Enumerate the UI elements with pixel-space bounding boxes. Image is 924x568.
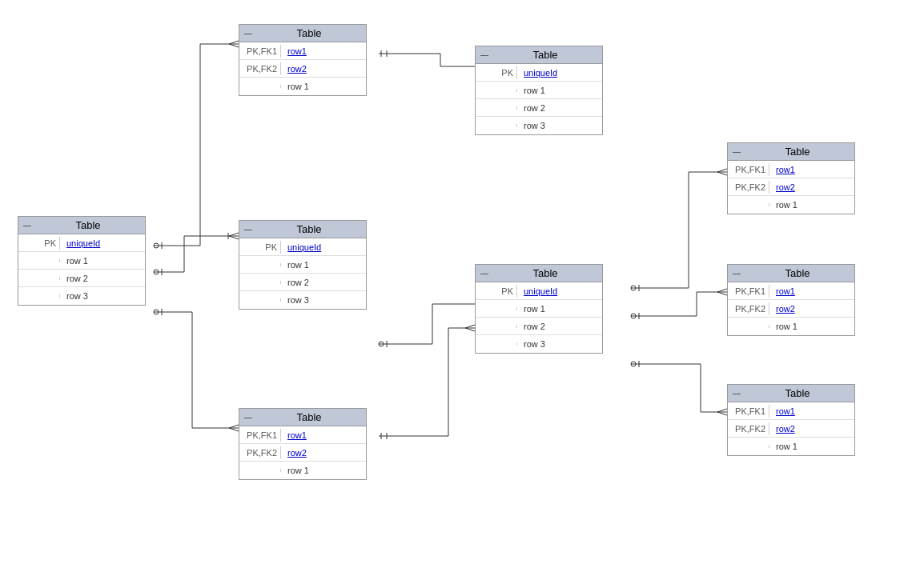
column-value[interactable]: uniqueId [60, 237, 106, 250]
table-title: Table [493, 49, 597, 61]
column-value[interactable]: row2 [281, 62, 313, 75]
column-key [239, 469, 281, 472]
table-row: row 2 [476, 99, 602, 117]
column-value[interactable]: row1 [281, 429, 313, 442]
svg-line-56 [717, 409, 727, 412]
table-t8: —TablePK,FK1row1PK,FK2row2row 1 [727, 264, 855, 336]
table-title: Table [257, 411, 361, 423]
table-row: row 3 [476, 335, 602, 353]
column-value[interactable]: row2 [769, 181, 801, 194]
collapse-icon[interactable]: — [733, 269, 741, 278]
column-key: PK [18, 237, 60, 250]
connector-t1-t3 [154, 233, 239, 275]
table-row: row 1 [239, 78, 366, 95]
column-key: PK,FK2 [728, 181, 769, 194]
column-value[interactable]: uniqueId [281, 241, 327, 254]
connector-t1-t4 [154, 309, 239, 431]
table-row: PK,FK2row2 [239, 60, 366, 78]
column-key [476, 307, 517, 310]
collapse-icon[interactable]: — [244, 29, 252, 38]
table-title: Table [745, 267, 850, 279]
column-value[interactable]: row1 [769, 163, 801, 176]
table-title: Table [745, 146, 850, 158]
table-title: Table [257, 27, 361, 39]
column-key [476, 325, 517, 328]
svg-line-3 [229, 41, 239, 44]
table-row: row 1 [18, 252, 145, 270]
connector-t2-t5 [379, 50, 475, 66]
column-value: row 2 [281, 276, 315, 289]
table-row: PKuniqueId [239, 238, 366, 256]
table-row: PK,FK2row2 [728, 178, 854, 196]
table-t9: —TablePK,FK1row1PK,FK2row2row 1 [727, 384, 855, 456]
table-row: row 1 [476, 82, 602, 99]
table-header-t5: —Table [476, 46, 602, 64]
table-row: row 3 [476, 117, 602, 134]
column-key: PK,FK2 [239, 62, 281, 75]
column-value: row 1 [769, 198, 804, 211]
column-key: PK,FK1 [728, 405, 769, 418]
column-key [728, 203, 769, 206]
table-row: PKuniqueId [476, 282, 602, 300]
column-value[interactable]: row1 [769, 405, 801, 418]
column-value[interactable]: row1 [281, 45, 313, 58]
column-key [476, 124, 517, 127]
collapse-icon[interactable]: — [733, 147, 741, 156]
column-key: PK [239, 241, 281, 254]
connector-t4-t6 [379, 325, 475, 439]
svg-line-42 [717, 169, 727, 172]
table-t5: —TablePKuniqueIdrow 1row 2row 3 [475, 46, 603, 135]
column-value: row 1 [769, 440, 804, 453]
collapse-icon[interactable]: — [733, 389, 741, 398]
table-row: row 3 [18, 287, 145, 305]
table-t2: —TablePK,FK1row1PK,FK2row2row 1 [239, 24, 367, 96]
collapse-icon[interactable]: — [23, 221, 31, 230]
table-row: row 1 [239, 462, 366, 479]
connector-t3-t6 [379, 304, 475, 347]
column-value[interactable]: uniqueId [517, 285, 564, 298]
column-value[interactable]: row1 [769, 285, 801, 298]
table-t6: —TablePKuniqueIdrow 1row 2row 3 [475, 264, 603, 354]
svg-point-30 [379, 342, 384, 346]
connector-t6-t7 [631, 169, 727, 291]
column-key: PK [476, 66, 517, 79]
column-key: PK,FK2 [239, 446, 281, 459]
column-key: PK,FK1 [728, 285, 769, 298]
column-value[interactable]: row2 [769, 422, 801, 435]
svg-point-5 [154, 243, 159, 248]
table-row: PK,FK1row1 [239, 42, 366, 60]
table-row: row 1 [728, 318, 854, 335]
table-header-t9: —Table [728, 385, 854, 402]
column-value: row 3 [517, 119, 552, 132]
column-value: row 3 [60, 290, 94, 302]
collapse-icon[interactable]: — [244, 225, 252, 234]
column-value: row 1 [281, 258, 315, 271]
table-title: Table [36, 219, 140, 231]
svg-line-37 [465, 325, 475, 328]
column-value: row 1 [60, 254, 94, 267]
collapse-icon[interactable]: — [244, 413, 252, 422]
table-row: row 1 [728, 196, 854, 214]
column-key [728, 325, 769, 328]
table-header-t7: —Table [728, 143, 854, 161]
column-value: row 2 [517, 320, 552, 333]
column-value: row 2 [517, 102, 552, 114]
svg-point-20 [154, 310, 159, 314]
table-row: row 1 [476, 300, 602, 318]
svg-line-43 [717, 172, 727, 175]
table-t3: —TablePKuniqueIdrow 1row 2row 3 [239, 220, 367, 310]
column-value[interactable]: row2 [769, 302, 801, 315]
column-value: row 1 [517, 84, 552, 97]
collapse-icon[interactable]: — [480, 269, 488, 278]
svg-line-49 [717, 289, 727, 292]
column-key [18, 259, 60, 262]
collapse-icon[interactable]: — [480, 50, 488, 59]
column-value[interactable]: uniqueId [517, 66, 564, 79]
column-value[interactable]: row2 [281, 446, 313, 459]
svg-line-18 [229, 425, 239, 428]
column-value: row 3 [281, 294, 315, 306]
table-row: row 2 [18, 270, 145, 287]
table-title: Table [493, 267, 597, 279]
connector-t1-t2 [154, 41, 239, 249]
column-key: PK,FK2 [728, 302, 769, 315]
